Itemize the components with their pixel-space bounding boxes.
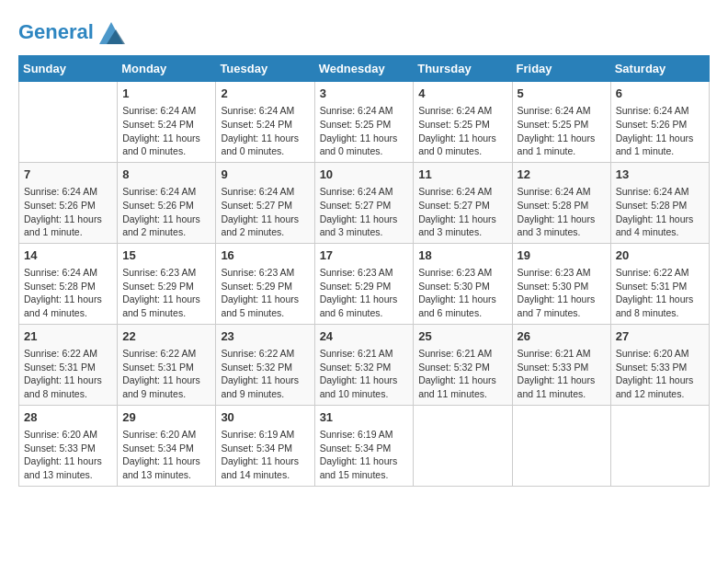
cell-info: Sunrise: 6:23 AM — [122, 266, 210, 280]
calendar-cell: 21Sunrise: 6:22 AMSunset: 5:31 PMDayligh… — [19, 324, 118, 405]
cell-info: Daylight: 11 hours and 8 minutes. — [616, 293, 704, 319]
calendar-cell: 9Sunrise: 6:24 AMSunset: 5:27 PMDaylight… — [216, 162, 314, 243]
cell-info: Sunrise: 6:24 AM — [221, 104, 309, 118]
calendar-table: SundayMondayTuesdayWednesdayThursdayFrid… — [18, 55, 710, 487]
calendar-cell: 24Sunrise: 6:21 AMSunset: 5:32 PMDayligh… — [314, 324, 414, 405]
cell-info: Daylight: 11 hours and 6 minutes. — [418, 293, 506, 319]
cell-info: Sunrise: 6:21 AM — [418, 347, 506, 361]
cell-info: Sunset: 5:28 PM — [616, 199, 704, 213]
day-number: 26 — [518, 328, 606, 345]
day-number: 16 — [221, 247, 309, 264]
cell-info: Daylight: 11 hours and 0 minutes. — [221, 132, 309, 158]
calendar-cell — [512, 405, 610, 486]
cell-info: Sunset: 5:26 PM — [122, 199, 210, 213]
cell-info: Daylight: 11 hours and 15 minutes. — [320, 454, 409, 481]
page-header: General — [18, 18, 710, 46]
cell-info: Sunset: 5:27 PM — [320, 199, 409, 213]
header-cell-saturday: Saturday — [610, 56, 709, 82]
cell-info: Daylight: 11 hours and 13 minutes. — [122, 454, 210, 481]
cell-info: Sunset: 5:30 PM — [518, 280, 606, 293]
calendar-cell: 2Sunrise: 6:24 AMSunset: 5:24 PMDaylight… — [216, 82, 314, 163]
cell-info: Sunrise: 6:24 AM — [122, 104, 210, 118]
calendar-cell: 13Sunrise: 6:24 AMSunset: 5:28 PMDayligh… — [610, 162, 709, 243]
calendar-cell: 25Sunrise: 6:21 AMSunset: 5:32 PMDayligh… — [414, 324, 512, 405]
logo: General — [18, 18, 125, 46]
calendar-cell: 23Sunrise: 6:22 AMSunset: 5:32 PMDayligh… — [216, 324, 314, 405]
day-number: 22 — [122, 328, 210, 345]
cell-info: Daylight: 11 hours and 0 minutes. — [320, 132, 409, 158]
calendar-cell: 17Sunrise: 6:23 AMSunset: 5:29 PMDayligh… — [314, 243, 414, 324]
day-number: 20 — [616, 247, 704, 264]
cell-info: Sunset: 5:25 PM — [418, 118, 506, 132]
cell-info: Sunset: 5:28 PM — [24, 280, 112, 293]
header-cell-wednesday: Wednesday — [314, 56, 414, 82]
cell-info: Daylight: 11 hours and 8 minutes. — [24, 373, 112, 400]
week-row-1: 1Sunrise: 6:24 AMSunset: 5:24 PMDaylight… — [19, 82, 710, 163]
cell-info: Sunset: 5:29 PM — [221, 280, 309, 293]
cell-info: Sunrise: 6:23 AM — [221, 266, 309, 280]
cell-info: Sunset: 5:31 PM — [122, 361, 210, 374]
calendar-body: 1Sunrise: 6:24 AMSunset: 5:24 PMDaylight… — [19, 82, 710, 487]
cell-info: Sunset: 5:27 PM — [221, 199, 309, 213]
cell-info: Sunrise: 6:20 AM — [616, 347, 704, 361]
calendar-cell: 22Sunrise: 6:22 AMSunset: 5:31 PMDayligh… — [118, 324, 216, 405]
calendar-cell: 30Sunrise: 6:19 AMSunset: 5:34 PMDayligh… — [216, 405, 314, 486]
day-number: 4 — [418, 86, 506, 102]
calendar-cell: 29Sunrise: 6:20 AMSunset: 5:34 PMDayligh… — [118, 405, 216, 486]
cell-info: Sunrise: 6:22 AM — [221, 347, 309, 361]
day-number: 12 — [518, 167, 606, 183]
cell-info: Daylight: 11 hours and 11 minutes. — [518, 373, 606, 400]
header-cell-tuesday: Tuesday — [216, 56, 314, 82]
day-number: 23 — [221, 328, 309, 345]
calendar-cell: 6Sunrise: 6:24 AMSunset: 5:26 PMDaylight… — [610, 82, 709, 163]
calendar-cell — [414, 405, 512, 486]
cell-info: Sunset: 5:34 PM — [122, 442, 210, 455]
cell-info: Daylight: 11 hours and 1 minute. — [518, 132, 606, 158]
cell-info: Sunset: 5:25 PM — [518, 118, 606, 132]
day-number: 3 — [320, 86, 409, 102]
cell-info: Sunrise: 6:19 AM — [320, 428, 409, 442]
cell-info: Daylight: 11 hours and 2 minutes. — [122, 213, 210, 239]
day-number: 17 — [320, 247, 409, 264]
header-cell-friday: Friday — [512, 56, 610, 82]
cell-info: Sunset: 5:32 PM — [320, 361, 409, 374]
cell-info: Sunrise: 6:19 AM — [221, 428, 309, 442]
header-row: SundayMondayTuesdayWednesdayThursdayFrid… — [19, 56, 710, 82]
cell-info: Sunrise: 6:24 AM — [221, 185, 309, 199]
week-row-2: 7Sunrise: 6:24 AMSunset: 5:26 PMDaylight… — [19, 162, 710, 243]
cell-info: Sunset: 5:24 PM — [221, 118, 309, 132]
day-number: 10 — [320, 167, 409, 183]
day-number: 30 — [221, 409, 309, 426]
calendar-cell — [19, 82, 118, 163]
cell-info: Sunset: 5:34 PM — [320, 442, 409, 455]
calendar-cell: 19Sunrise: 6:23 AMSunset: 5:30 PMDayligh… — [512, 243, 610, 324]
day-number: 25 — [418, 328, 506, 345]
cell-info: Sunrise: 6:22 AM — [616, 266, 704, 280]
calendar-header: SundayMondayTuesdayWednesdayThursdayFrid… — [19, 56, 710, 82]
cell-info: Daylight: 11 hours and 11 minutes. — [418, 373, 506, 400]
cell-info: Sunrise: 6:24 AM — [320, 185, 409, 199]
cell-info: Sunset: 5:32 PM — [418, 361, 506, 374]
cell-info: Daylight: 11 hours and 4 minutes. — [616, 213, 704, 239]
calendar-cell: 11Sunrise: 6:24 AMSunset: 5:27 PMDayligh… — [414, 162, 512, 243]
cell-info: Sunrise: 6:23 AM — [418, 266, 506, 280]
calendar-cell: 4Sunrise: 6:24 AMSunset: 5:25 PMDaylight… — [414, 82, 512, 163]
day-number: 21 — [24, 328, 112, 345]
cell-info: Daylight: 11 hours and 14 minutes. — [221, 454, 309, 481]
cell-info: Sunrise: 6:24 AM — [616, 185, 704, 199]
calendar-cell: 27Sunrise: 6:20 AMSunset: 5:33 PMDayligh… — [610, 324, 709, 405]
cell-info: Daylight: 11 hours and 9 minutes. — [122, 373, 210, 400]
cell-info: Sunrise: 6:22 AM — [24, 347, 112, 361]
logo-line1: General — [18, 18, 125, 46]
calendar-cell: 18Sunrise: 6:23 AMSunset: 5:30 PMDayligh… — [414, 243, 512, 324]
day-number: 18 — [418, 247, 506, 264]
cell-info: Sunrise: 6:23 AM — [320, 266, 409, 280]
cell-info: Sunset: 5:29 PM — [122, 280, 210, 293]
cell-info: Sunrise: 6:24 AM — [518, 104, 606, 118]
cell-info: Sunset: 5:27 PM — [418, 199, 506, 213]
day-number: 7 — [24, 167, 112, 183]
calendar-cell: 10Sunrise: 6:24 AMSunset: 5:27 PMDayligh… — [314, 162, 414, 243]
cell-info: Sunset: 5:32 PM — [221, 361, 309, 374]
week-row-5: 28Sunrise: 6:20 AMSunset: 5:33 PMDayligh… — [19, 405, 710, 486]
cell-info: Sunrise: 6:24 AM — [24, 185, 112, 199]
